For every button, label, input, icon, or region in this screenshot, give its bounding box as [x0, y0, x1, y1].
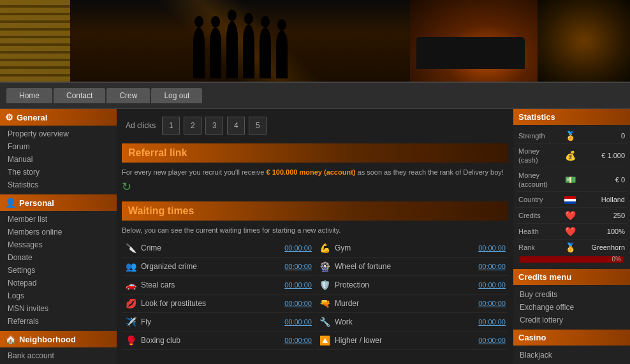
- strength-value: 0: [577, 132, 625, 140]
- sidebar-item-statistics[interactable]: Statistics: [0, 178, 117, 191]
- stat-rank: Rank 🥇 Greenhorn: [516, 240, 627, 255]
- rank-label: Rank: [518, 244, 563, 251]
- ad-box-3[interactable]: 3: [205, 117, 223, 135]
- work-time[interactable]: 00:00:00: [478, 318, 506, 326]
- nav-tabs: Home Contact Crew Log out: [0, 83, 630, 109]
- ad-clicks-label: Ad clicks: [126, 121, 156, 130]
- sidebar-item-msn[interactable]: MSN invites: [0, 302, 117, 315]
- sidebar-item-referrals[interactable]: Referrals: [0, 315, 117, 328]
- prostitutes-time[interactable]: 00:00:00: [284, 300, 312, 307]
- credits-menu-section: Credits menu Buy credits Exchange office…: [513, 269, 630, 326]
- personal-icon: 👤: [5, 198, 16, 208]
- casino-section: Casino Blackjack: [513, 330, 630, 361]
- higher-lower-icon: 🔼: [318, 334, 331, 347]
- sidebar-item-logs[interactable]: Logs: [0, 289, 117, 302]
- waiting-desc: Below, you can see the current waiting t…: [122, 224, 508, 239]
- work-icon: 🔧: [318, 316, 331, 328]
- sidebar-item-notepad[interactable]: Notepad: [0, 277, 117, 289]
- waiting-header: Waiting times: [122, 201, 508, 221]
- steal-cars-time[interactable]: 00:00:00: [284, 281, 312, 289]
- nav-home[interactable]: Home: [6, 88, 52, 103]
- stat-credits: Credits ❤️ 250: [516, 208, 627, 224]
- sidebar-item-member-list[interactable]: Member list: [0, 213, 117, 226]
- casino-blackjack-link[interactable]: Blackjack: [513, 349, 630, 361]
- referral-refresh-icon[interactable]: ↻: [122, 180, 508, 194]
- gym-label: Gym: [335, 244, 474, 252]
- main-layout: ⚙ General Property overview Forum Manual…: [0, 109, 630, 364]
- waiting-section: Waiting times Below, you can see the cur…: [122, 201, 508, 350]
- fly-time[interactable]: 00:00:00: [284, 318, 312, 326]
- murder-label: Murder: [335, 299, 474, 308]
- credits-value: 250: [577, 212, 625, 219]
- sidebar-item-donate[interactable]: Donate: [0, 251, 117, 264]
- higher-lower-time[interactable]: 00:00:00: [478, 337, 506, 344]
- ad-box-5[interactable]: 5: [249, 117, 267, 135]
- gym-icon: 💪: [318, 242, 331, 254]
- credits-buy-link[interactable]: Buy credits: [513, 288, 630, 301]
- strength-icon: 🏅: [563, 131, 577, 141]
- fly-label: Fly: [141, 317, 281, 326]
- higher-lower-label: Higher / lower: [335, 336, 474, 345]
- money-account-value: € 0: [577, 176, 625, 184]
- protection-time[interactable]: 00:00:00: [478, 281, 506, 289]
- rank-value: Greenhorn: [577, 244, 625, 251]
- ad-box-4[interactable]: 4: [227, 117, 245, 135]
- nav-contact[interactable]: Contact: [54, 88, 105, 103]
- banner-right-mid: [410, 0, 538, 82]
- sidebar-item-messages[interactable]: Messages: [0, 238, 117, 251]
- ad-box-1[interactable]: 1: [162, 117, 180, 135]
- sidebar-item-settings[interactable]: Settings: [0, 264, 117, 277]
- strength-label: Strength: [518, 131, 563, 140]
- stat-health: Health ❤️ 100%: [516, 224, 627, 240]
- nav-logout[interactable]: Log out: [151, 88, 202, 103]
- murder-time[interactable]: 00:00:00: [478, 300, 506, 307]
- health-icon: ❤️: [563, 226, 577, 237]
- wheel-label: Wheel of fortune: [335, 262, 474, 271]
- protection-icon: 🛡️: [318, 279, 331, 291]
- nav-crew[interactable]: Crew: [106, 88, 150, 103]
- waiting-work: 🔧 Work 00:00:00: [316, 313, 508, 331]
- money-account-label: Money(account): [518, 171, 563, 189]
- sidebar-left: ⚙ General Property overview Forum Manual…: [0, 109, 117, 364]
- sidebar-item-bank[interactable]: Bank account: [0, 349, 117, 362]
- gym-time[interactable]: 00:00:00: [478, 244, 506, 252]
- murder-icon: 🔫: [318, 297, 331, 310]
- credits-exchange-link[interactable]: Exchange office: [513, 301, 630, 314]
- wheel-icon: 🎡: [318, 260, 331, 273]
- neighborhood-icon: 🏠: [5, 334, 16, 344]
- boxing-icon: 🥊: [124, 334, 137, 347]
- center-content: Ad clicks 1 2 3 4 5 Referral link For ev…: [117, 109, 513, 364]
- org-crime-time[interactable]: 00:00:00: [284, 263, 312, 270]
- credits-menu-title: Credits menu: [513, 269, 630, 285]
- crime-label: Crime: [141, 244, 281, 252]
- general-icon: ⚙: [5, 112, 13, 122]
- waiting-org-crime: 👥 Organized crime 00:00:00: [122, 258, 314, 276]
- ad-box-2[interactable]: 2: [184, 117, 201, 135]
- stats-table: Strength 🏅 0 Money(cash) 💰 € 1.000 Money…: [513, 128, 630, 266]
- ad-clicks-row: Ad clicks 1 2 3 4 5: [122, 114, 508, 137]
- sidebar-item-story[interactable]: The story: [0, 166, 117, 178]
- referral-desc: For every new player you recruit you'll …: [122, 166, 508, 180]
- credits-lottery-link[interactable]: Credit lottery: [513, 314, 630, 326]
- boxing-time[interactable]: 00:00:00: [284, 337, 312, 344]
- waiting-boxing: 🥊 Boxing club 00:00:00: [122, 331, 314, 350]
- work-label: Work: [335, 317, 474, 326]
- sidebar-item-forum[interactable]: Forum: [0, 140, 117, 153]
- sidebar-item-property-overview[interactable]: Property overview: [0, 127, 117, 140]
- money-cash-value: € 1.000: [577, 152, 625, 159]
- sidebar-item-manual[interactable]: Manual: [0, 153, 117, 166]
- waiting-wheel: 🎡 Wheel of fortune 00:00:00: [316, 258, 508, 276]
- prostitutes-label: Look for prostitutes: [141, 299, 281, 308]
- waiting-higher-lower: 🔼 Higher / lower 00:00:00: [316, 331, 508, 350]
- wheel-time[interactable]: 00:00:00: [478, 263, 506, 270]
- waiting-protection: 🛡️ Protection 00:00:00: [316, 276, 508, 295]
- sidebar-general-title: ⚙ General: [0, 109, 117, 126]
- stat-money-cash: Money(cash) 💰 € 1.000: [516, 144, 627, 168]
- waiting-title: Waiting times: [128, 205, 502, 217]
- sidebar-item-members-online[interactable]: Members online: [0, 226, 117, 238]
- credits-icon: ❤️: [563, 210, 577, 221]
- crime-time[interactable]: 00:00:00: [284, 244, 312, 252]
- credits-label: Credits: [518, 211, 563, 220]
- money-account-icon: 💵: [563, 175, 577, 185]
- boxing-label: Boxing club: [141, 336, 281, 345]
